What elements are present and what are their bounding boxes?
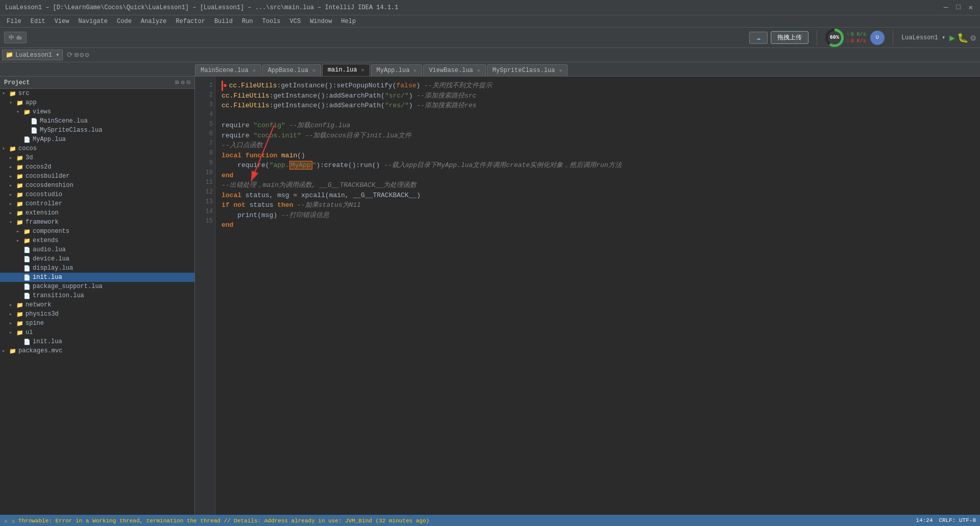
tree-item-mainscene[interactable]: 📄 MainScene.lua bbox=[0, 116, 194, 126]
menu-item-file[interactable]: File bbox=[3, 17, 26, 26]
tree-item-cocostudio[interactable]: ▸ 📁 cocostudio bbox=[0, 190, 194, 199]
tree-item-mysprite[interactable]: 📄 MySpriteClass.lua bbox=[0, 126, 194, 135]
tree-arrow-icon: ▸ bbox=[9, 192, 16, 198]
folder-icon: 📁 bbox=[16, 100, 24, 106]
tree-item-device_lua[interactable]: 📄 device.lua bbox=[0, 254, 194, 264]
menu-item-vcs[interactable]: VCS bbox=[286, 17, 305, 26]
tab-close-icon[interactable]: ✕ bbox=[559, 67, 562, 74]
status-error-text[interactable]: ⚠ Throwable: Error in a Working thread, … bbox=[12, 517, 430, 524]
sidebar-header: Project ⊞ ⚙ ⊟ bbox=[0, 77, 194, 89]
sidebar-header-icon2[interactable]: ⚙ bbox=[181, 79, 185, 86]
menu-item-analyze[interactable]: Analyze bbox=[137, 17, 170, 26]
menu-item-view[interactable]: View bbox=[51, 17, 74, 26]
tree-item-label: extension bbox=[26, 209, 59, 217]
line-number-3: 3 bbox=[199, 100, 213, 110]
editor-tab-MyApp-lua[interactable]: MyApp.lua✕ bbox=[371, 64, 423, 76]
tree-item-extends[interactable]: ▸ 📁 extends bbox=[0, 236, 194, 245]
tab-close-icon[interactable]: ✕ bbox=[253, 67, 256, 74]
folder-icon: 📁 bbox=[9, 90, 17, 97]
run-config-selector[interactable]: LuaLesson1 ▾ bbox=[901, 34, 945, 41]
menu-item-help[interactable]: Help bbox=[337, 17, 360, 26]
tab-close-icon[interactable]: ✕ bbox=[361, 67, 364, 73]
tree-item-cocosbuilder[interactable]: ▸ 📁 cocosbuilder bbox=[0, 172, 194, 181]
tree-item-network[interactable]: ▸ 📁 network bbox=[0, 300, 194, 309]
menu-item-navigate[interactable]: Navigate bbox=[74, 17, 112, 26]
folder-icon: 📁 bbox=[16, 182, 24, 189]
sidebar-settings-icon[interactable]: ⚙ bbox=[80, 51, 84, 59]
project-selector[interactable]: 📁 LuaLesson1 ▾ bbox=[2, 50, 63, 60]
coverage-button[interactable]: ⚙ bbox=[970, 32, 976, 43]
code-content[interactable]: ●cc.FileUtils:getInstance():setPopupNoti… bbox=[215, 77, 980, 526]
tree-item-physics3d[interactable]: ▸ 📁 physics3d bbox=[0, 309, 194, 319]
run-button[interactable]: ▶ bbox=[949, 32, 955, 43]
minimize-button[interactable]: — bbox=[942, 3, 950, 12]
sidebar-header-icon3[interactable]: ⊟ bbox=[187, 79, 190, 86]
tree-item-packages_mvc[interactable]: ▸ 📁 packages.mvc bbox=[0, 346, 194, 355]
tab-close-icon[interactable]: ✕ bbox=[413, 67, 416, 74]
sidebar-gear-icon[interactable]: ⚙ bbox=[85, 51, 89, 59]
title-text: LuaLesson1 – [D:\LearnGame\Cocos\Quick\L… bbox=[5, 4, 399, 11]
editor-tab-MySpriteClass-lua[interactable]: MySpriteClass.lua✕ bbox=[487, 64, 568, 76]
debug-button[interactable]: 🐛 bbox=[957, 32, 968, 43]
lua-file-icon: 📄 bbox=[31, 127, 39, 134]
tree-item-ui[interactable]: ▸ 📁 ui bbox=[0, 328, 194, 337]
tree-item-components[interactable]: ▸ 📁 components bbox=[0, 227, 194, 236]
menu-item-run[interactable]: Run bbox=[238, 17, 257, 26]
menu-item-build[interactable]: Build bbox=[210, 17, 237, 26]
upload-button[interactable]: 拖拽上传 bbox=[771, 31, 808, 44]
menu-item-tools[interactable]: Tools bbox=[258, 17, 285, 26]
tree-item-cocos[interactable]: ▾ 📁 cocos bbox=[0, 144, 194, 153]
tree-item-app[interactable]: ▾ 📁 app bbox=[0, 98, 194, 107]
toolbar-icon-1[interactable]: 中 🖮 bbox=[4, 32, 27, 43]
folder-icon: 📁 bbox=[23, 237, 32, 244]
folder-icon: 📁 bbox=[9, 348, 17, 354]
tree-item-cocosdenshion[interactable]: ▸ 📁 cocosdenshion bbox=[0, 181, 194, 190]
editor-tab-AppBase-lua[interactable]: AppBase.lua✕ bbox=[262, 64, 321, 76]
tree-item-transition_lua[interactable]: 📄 transition.lua bbox=[0, 291, 194, 300]
title-bar: LuaLesson1 – [D:\LearnGame\Cocos\Quick\L… bbox=[0, 0, 980, 15]
tree-item-extension[interactable]: ▸ 📁 extension bbox=[0, 208, 194, 218]
lua-file-icon: 📄 bbox=[31, 118, 39, 125]
menu-item-refactor[interactable]: Refactor bbox=[172, 17, 209, 26]
tree-item-3d[interactable]: ▸ 📁 3d bbox=[0, 153, 194, 162]
folder-icon: 📁 bbox=[16, 155, 24, 161]
tree-item-src[interactable]: ▾ 📁 src bbox=[0, 89, 194, 98]
sidebar-header-icon1[interactable]: ⊞ bbox=[175, 79, 179, 86]
tree-item-controller[interactable]: ▸ 📁 controller bbox=[0, 199, 194, 208]
editor-tab-MainScene-lua[interactable]: MainScene.lua✕ bbox=[195, 64, 261, 76]
tree-item-framework[interactable]: ▾ 📁 framework bbox=[0, 218, 194, 227]
editor-tab-main-lua[interactable]: main.lua✕ bbox=[322, 64, 370, 76]
tree-item-label: cocosbuilder bbox=[26, 173, 69, 180]
toolbar: 中 🖮 ☁ 拖拽上传 60% ↑ 0 K/s ↓ 0 K/s bbox=[0, 28, 980, 48]
tree-item-views[interactable]: ▾ 📁 views bbox=[0, 107, 194, 116]
close-button[interactable]: ✕ bbox=[967, 3, 975, 12]
sidebar-sync-icon[interactable]: ⟳ bbox=[67, 51, 73, 59]
menu-item-code[interactable]: Code bbox=[113, 17, 136, 26]
sidebar-collapse-icon[interactable]: ⊞ bbox=[74, 51, 78, 59]
project-icon: 📁 bbox=[6, 51, 13, 59]
lua-file-icon: 📄 bbox=[23, 136, 32, 143]
tree-item-audio_lua[interactable]: 📄 audio.lua bbox=[0, 245, 194, 254]
tree-item-package_support[interactable]: 📄 package_support.lua bbox=[0, 282, 194, 291]
tree-item-label: app bbox=[26, 99, 37, 106]
menu-item-edit[interactable]: Edit bbox=[27, 17, 50, 26]
tree-item-display_lua[interactable]: 📄 display.lua bbox=[0, 264, 194, 273]
tree-item-myapp[interactable]: 📄 MyApp.lua bbox=[0, 135, 194, 144]
code-line-8: local function main() bbox=[222, 151, 976, 161]
tab-close-icon[interactable]: ✕ bbox=[477, 67, 480, 74]
folder-icon: 📁 bbox=[23, 228, 32, 235]
tree-item-label: cocos2d bbox=[26, 163, 51, 171]
tab-close-icon[interactable]: ✕ bbox=[312, 67, 315, 74]
tree-item-init_lua_fw[interactable]: 📄 init.lua bbox=[0, 273, 194, 282]
tree-item-init_lua_cocos[interactable]: 📄 init.lua bbox=[0, 337, 194, 346]
editor-tab-ViewBase-lua[interactable]: ViewBase.lua✕ bbox=[423, 64, 485, 76]
lua-file-icon: 📄 bbox=[23, 256, 32, 262]
tree-item-cocos2d[interactable]: ▸ 📁 cocos2d bbox=[0, 162, 194, 172]
code-line-3: cc.FileUtils:getInstance():addSearchPath… bbox=[222, 101, 976, 111]
tree-item-spine[interactable]: ▸ 📁 spine bbox=[0, 319, 194, 328]
sidebar-title: Project bbox=[4, 79, 30, 86]
maximize-button[interactable]: □ bbox=[954, 3, 962, 12]
editor-area[interactable]: 123456789101112131415 ●cc.FileUtils:getI… bbox=[195, 77, 980, 526]
tree-arrow-icon: ▾ bbox=[16, 109, 23, 115]
menu-item-window[interactable]: Window bbox=[306, 17, 336, 26]
